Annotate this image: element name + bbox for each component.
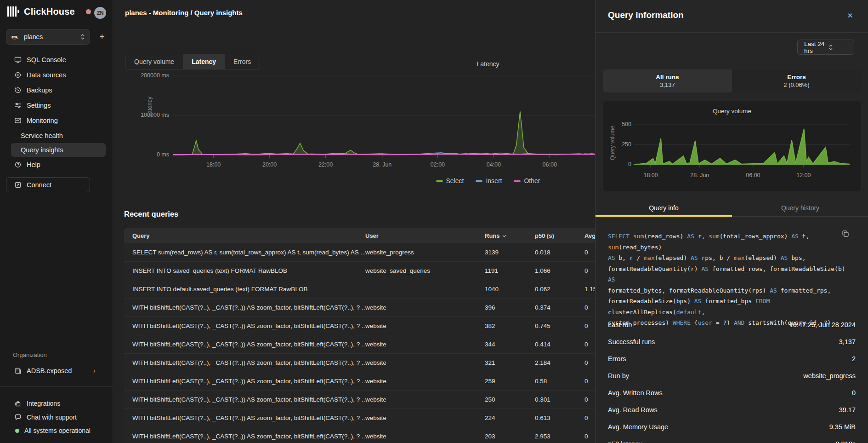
cell-runs: 259 bbox=[485, 378, 535, 385]
system-status[interactable]: All systems operational bbox=[0, 424, 113, 437]
cell-query: WITH bitShiftLeft(CAST(?..), _CAST(?..))… bbox=[132, 433, 365, 440]
legend-label: Other bbox=[524, 177, 540, 184]
cell-query: WITH bitShiftLeft(CAST(?..), _CAST(?..))… bbox=[132, 322, 365, 329]
cell-p50: 0.374 bbox=[535, 304, 584, 311]
cell-user: website bbox=[365, 304, 485, 311]
sidebar-nav: SQL Console Data sources Backups bbox=[0, 52, 113, 172]
sidebar-item-query-insights[interactable]: Query insights bbox=[11, 143, 106, 157]
cell-query: WITH bitShiftLeft(CAST(?..), _CAST(?..))… bbox=[132, 359, 365, 366]
sidebar-item-settings[interactable]: Settings bbox=[0, 98, 113, 113]
breadcrumb: planes - Monitoring / Query insights bbox=[125, 9, 243, 17]
legend-label: Select bbox=[446, 177, 464, 184]
x-tick-label: 18:00 bbox=[206, 161, 221, 168]
stat-row: Avg. Read Rows39.17 bbox=[608, 401, 856, 418]
tab-query-volume[interactable]: Query volume bbox=[125, 54, 183, 69]
cell-p50: 0.062 bbox=[535, 286, 584, 293]
cell-runs: 1191 bbox=[485, 267, 535, 274]
time-range-select[interactable]: Last 24 hrs bbox=[797, 40, 854, 55]
segment-errors[interactable]: Errors 2 (0.06%) bbox=[732, 69, 861, 92]
add-service-button[interactable]: + bbox=[96, 31, 108, 42]
organization-label: Organization bbox=[13, 351, 47, 358]
chart-legend: SelectInsertOther bbox=[410, 177, 566, 184]
cell-user: website bbox=[365, 378, 485, 385]
x-tick-label: 28. Jun bbox=[373, 161, 391, 168]
sidebar-item-service-health[interactable]: Service health bbox=[0, 128, 113, 143]
recent-queries-title: Recent queries bbox=[124, 210, 178, 219]
stat-row: Avg. Memory Usage9.35 MiB bbox=[608, 418, 856, 435]
sidebar-item-label: Backups bbox=[27, 86, 52, 94]
sidebar-item-integrations[interactable]: Integrations bbox=[0, 397, 113, 410]
y-tick-label: 0 bbox=[628, 161, 631, 167]
cell-p50: 0.745 bbox=[535, 322, 584, 329]
query-sql-code: SELECT sum(read_rows) AS r, sum(total_ro… bbox=[608, 231, 851, 328]
x-tick-label: 02:00 bbox=[431, 161, 445, 168]
cell-runs: 224 bbox=[485, 414, 535, 421]
col-header-user[interactable]: User bbox=[365, 232, 485, 239]
stat-label: Avg. Read Rows bbox=[608, 406, 658, 414]
notification-dot-icon bbox=[86, 9, 91, 14]
chevron-right-icon: › bbox=[93, 367, 96, 374]
time-range-value: Last 24 hrs bbox=[804, 40, 825, 54]
legend-item[interactable]: Other bbox=[514, 177, 540, 184]
cell-query: INSERT INTO saved_queries (text) FORMAT … bbox=[132, 267, 365, 274]
help-icon bbox=[14, 161, 22, 168]
chevron-updown-icon bbox=[80, 34, 85, 40]
cell-query: WITH bitShiftLeft(CAST(?..), _CAST(?..))… bbox=[132, 396, 365, 403]
aws-icon: aws bbox=[11, 34, 19, 40]
copy-icon[interactable] bbox=[842, 230, 850, 238]
avatar[interactable]: ZN bbox=[94, 7, 106, 19]
cell-runs: 250 bbox=[485, 396, 535, 403]
stat-label: Avg. Memory Usage bbox=[608, 423, 668, 431]
volume-chart[interactable] bbox=[634, 120, 850, 171]
cell-p50: 2.184 bbox=[535, 359, 584, 366]
query-stats-list: Last run16:47:25, Jun 28 2024Successful … bbox=[608, 316, 856, 443]
close-icon[interactable]: ✕ bbox=[845, 11, 855, 21]
tab-latency[interactable]: Latency bbox=[183, 54, 225, 69]
volume-x-tick-labels: 18:0028. Jun06:0012:00 bbox=[634, 172, 850, 179]
segment-label: All runs bbox=[656, 74, 679, 81]
panel-title: Query information bbox=[608, 10, 684, 20]
organization-switcher[interactable]: ADSB.exposed › bbox=[0, 363, 113, 378]
cell-user: website bbox=[365, 322, 485, 329]
panel-header-divider bbox=[596, 32, 868, 33]
tab-query-info[interactable]: Query info bbox=[596, 201, 732, 216]
sidebar-item-label: Data sources bbox=[27, 71, 66, 79]
service-select[interactable]: aws planes bbox=[6, 29, 90, 45]
col-header-p50[interactable]: p50 (s) bbox=[535, 232, 584, 239]
col-header-query[interactable]: Query bbox=[132, 232, 365, 239]
chart-tab-group: Query volume Latency Errors bbox=[125, 54, 260, 69]
cell-runs: 203 bbox=[485, 433, 535, 440]
query-volume-card: Query volume Query volume 0250500 18:002… bbox=[603, 101, 861, 191]
legend-swatch-icon bbox=[436, 180, 443, 182]
cell-p50: 0.58 bbox=[535, 378, 584, 385]
sidebar-item-label: SQL Console bbox=[27, 56, 66, 63]
sidebar-item-data-sources[interactable]: Data sources bbox=[0, 67, 113, 82]
stat-value: 0 bbox=[852, 389, 856, 397]
query-information-panel: Query information ✕ Last 24 hrs All runs… bbox=[595, 0, 868, 443]
x-tick-label: 28. Jun bbox=[690, 172, 709, 178]
cell-user: website bbox=[365, 341, 485, 348]
sidebar-item-backups[interactable]: Backups bbox=[0, 82, 113, 98]
stat-value: 3,137 bbox=[839, 338, 856, 345]
connect-button[interactable]: Connect bbox=[6, 177, 90, 192]
stat-row: Run bywebsite_progress bbox=[608, 367, 856, 384]
sidebar-item-help[interactable]: Help bbox=[0, 157, 113, 172]
stat-value: 16:47:25, Jun 28 2024 bbox=[789, 321, 856, 328]
col-header-runs[interactable]: Runs bbox=[485, 232, 535, 239]
sidebar-item-chat-support[interactable]: Chat with support bbox=[0, 410, 113, 424]
cell-p50: 0.414 bbox=[535, 341, 584, 348]
cell-p50: 0.613 bbox=[535, 414, 584, 421]
tab-query-history[interactable]: Query history bbox=[732, 201, 868, 216]
sidebar-item-sql-console[interactable]: SQL Console bbox=[0, 52, 113, 67]
stat-label: Last run bbox=[608, 321, 632, 328]
cell-user: website bbox=[365, 359, 485, 366]
cell-p50: 1.066 bbox=[535, 267, 584, 274]
segment-all-runs[interactable]: All runs 3,137 bbox=[603, 69, 732, 92]
sidebar-item-label: Settings bbox=[27, 102, 51, 109]
legend-item[interactable]: Select bbox=[436, 177, 464, 184]
legend-item[interactable]: Insert bbox=[476, 177, 502, 184]
puzzle-icon bbox=[14, 400, 22, 408]
tab-errors[interactable]: Errors bbox=[225, 54, 260, 69]
cell-query: WITH bitShiftLeft(CAST(?..), _CAST(?..))… bbox=[132, 378, 365, 385]
sidebar-item-monitoring[interactable]: Monitoring bbox=[0, 113, 113, 128]
